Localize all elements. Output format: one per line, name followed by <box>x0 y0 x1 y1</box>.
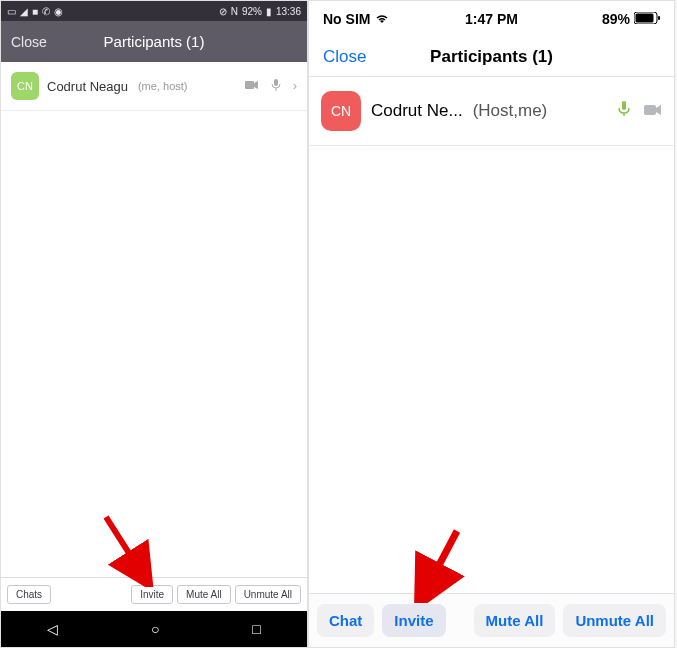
ios-status-bar: No SIM 1:47 PM 89% <box>309 1 674 37</box>
recent-button[interactable]: □ <box>252 621 260 637</box>
whatsapp-icon: ✆ <box>42 6 50 17</box>
chevron-right-icon: › <box>293 79 297 93</box>
annotation-arrow <box>96 507 156 587</box>
clock: 13:36 <box>276 6 301 17</box>
annotation-arrow <box>409 523 469 603</box>
close-button[interactable]: Close <box>11 34 47 50</box>
android-header: Close Participants (1) <box>1 21 307 62</box>
invite-button[interactable]: Invite <box>382 604 445 637</box>
participant-role: (Host,me) <box>473 101 548 121</box>
android-phone: ▭ ◢ ■ ✆ ◉ ⊘ N 92% ▮ 13:36 Close Particip… <box>0 0 308 648</box>
svg-line-10 <box>427 531 457 588</box>
svg-rect-6 <box>658 16 660 20</box>
content-area <box>1 111 307 577</box>
avatar: CN <box>11 72 39 100</box>
participant-name: Codrut Neagu <box>47 79 128 94</box>
battery-percent: 92% <box>242 6 262 17</box>
svg-rect-9 <box>644 105 656 115</box>
mic-icon <box>618 101 630 121</box>
back-button[interactable]: ◁ <box>47 621 58 637</box>
svg-line-3 <box>106 517 141 572</box>
notification-icon: ▭ <box>7 6 16 17</box>
signal-icon: ◢ <box>20 6 28 17</box>
camera-icon <box>644 102 662 120</box>
participant-role: (me, host) <box>138 80 188 92</box>
camera-icon <box>245 79 259 93</box>
clock: 1:47 PM <box>465 11 518 27</box>
nfc-icon: N <box>231 6 238 17</box>
page-title: Participants (1) <box>104 33 205 50</box>
android-status-bar: ▭ ◢ ■ ✆ ◉ ⊘ N 92% ▮ 13:36 <box>1 1 307 21</box>
battery-icon <box>634 11 660 27</box>
participant-row[interactable]: CN Codrut Neagu (me, host) › <box>1 62 307 111</box>
home-button[interactable]: ○ <box>151 621 159 637</box>
video-icon: ■ <box>32 6 38 17</box>
ios-toolbar: Chat Invite Mute All Unmute All <box>309 593 674 647</box>
close-button[interactable]: Close <box>323 47 366 67</box>
page-title: Participants (1) <box>430 47 553 67</box>
mute-all-button[interactable]: Mute All <box>474 604 556 637</box>
chat-button[interactable]: Chat <box>317 604 374 637</box>
mic-icon <box>271 79 281 94</box>
battery-percent: 89% <box>602 11 630 27</box>
svg-rect-7 <box>622 101 626 110</box>
battery-icon: ▮ <box>266 6 272 17</box>
invite-button[interactable]: Invite <box>131 585 173 604</box>
carrier-label: No SIM <box>323 11 370 27</box>
wifi-icon <box>374 11 390 27</box>
dnd-icon: ⊘ <box>219 6 227 17</box>
unmute-all-button[interactable]: Unmute All <box>235 585 301 604</box>
ios-header: Close Participants (1) <box>309 37 674 77</box>
avatar: CN <box>321 91 361 131</box>
participant-name: Codrut Ne... <box>371 101 463 121</box>
content-area <box>309 146 674 593</box>
android-nav-bar: ◁ ○ □ <box>1 611 307 647</box>
mute-all-button[interactable]: Mute All <box>177 585 231 604</box>
chats-button[interactable]: Chats <box>7 585 51 604</box>
svg-rect-1 <box>274 79 278 86</box>
svg-rect-5 <box>636 14 654 23</box>
messenger-icon: ◉ <box>54 6 63 17</box>
svg-rect-0 <box>245 81 254 89</box>
ios-phone: No SIM 1:47 PM 89% Close Participants (1… <box>308 0 675 648</box>
android-toolbar: Chats Invite Mute All Unmute All <box>1 577 307 611</box>
participant-row[interactable]: CN Codrut Ne... (Host,me) <box>309 77 674 146</box>
unmute-all-button[interactable]: Unmute All <box>563 604 666 637</box>
